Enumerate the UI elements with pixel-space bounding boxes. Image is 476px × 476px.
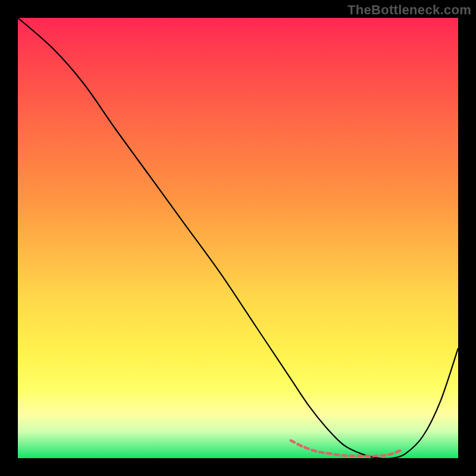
flat-region-line: [291, 440, 401, 456]
curve-line: [18, 18, 458, 459]
plot-area: [18, 18, 458, 458]
chart-svg: [18, 18, 458, 458]
chart-container: TheBottleneck.com: [0, 0, 476, 476]
watermark-text: TheBottleneck.com: [347, 2, 471, 18]
